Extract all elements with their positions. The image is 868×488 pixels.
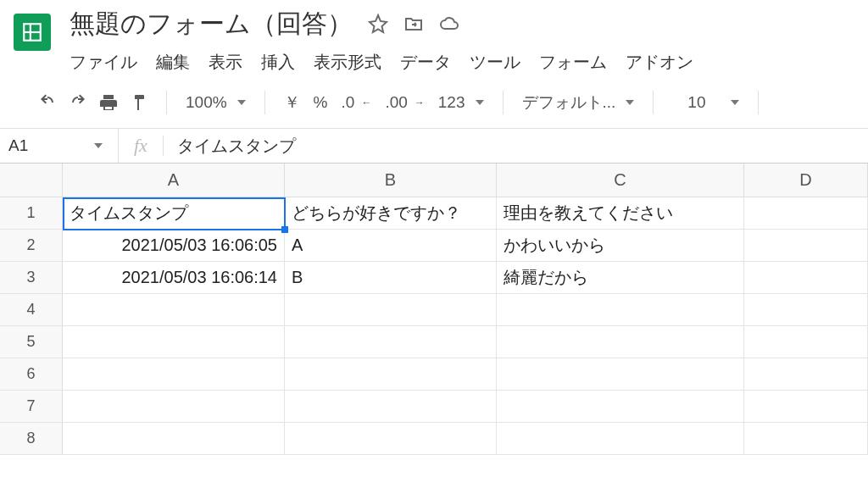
cell[interactable]: タイムスタンプ [63, 197, 285, 230]
cell[interactable] [744, 423, 868, 455]
column-header[interactable]: D [744, 164, 868, 197]
menu-insert[interactable]: 挿入 [261, 51, 295, 74]
cloud-status-icon[interactable] [439, 14, 459, 34]
menu-data[interactable]: データ [400, 51, 451, 74]
chevron-down-icon [94, 143, 103, 148]
cell[interactable] [744, 294, 868, 326]
menu-tools[interactable]: ツール [470, 51, 520, 74]
cell[interactable]: 2021/05/03 16:06:05 [63, 230, 285, 262]
cell[interactable] [285, 294, 497, 326]
cell[interactable] [285, 358, 497, 391]
paint-format-button[interactable] [125, 89, 153, 116]
percent-button[interactable]: % [309, 93, 333, 112]
sheets-icon [21, 21, 43, 43]
number-format-selector[interactable]: 123 [433, 93, 489, 112]
chevron-down-icon [237, 100, 246, 105]
redo-button[interactable] [64, 89, 92, 116]
cell[interactable] [744, 326, 868, 358]
cell[interactable]: 理由を教えてください [497, 197, 744, 230]
column-header[interactable]: A [63, 164, 285, 197]
menu-format[interactable]: 表示形式 [314, 51, 381, 74]
menu-edit[interactable]: 編集 [156, 51, 190, 74]
cell[interactable] [744, 262, 868, 294]
menu-addons[interactable]: アドオン [626, 51, 693, 74]
select-all-corner[interactable] [0, 164, 63, 197]
cell[interactable] [63, 326, 285, 358]
move-folder-icon[interactable] [403, 14, 424, 34]
cell[interactable] [63, 294, 285, 326]
row-header[interactable]: 8 [0, 423, 63, 455]
row-header[interactable]: 2 [0, 230, 63, 262]
cell[interactable] [63, 423, 285, 455]
cell[interactable]: どちらが好きですか？ [285, 197, 497, 230]
font-selector[interactable]: デフォルト... [517, 92, 640, 114]
row-header[interactable]: 7 [0, 391, 63, 423]
chevron-down-icon [476, 100, 484, 105]
cell[interactable] [285, 423, 497, 455]
fill-handle[interactable] [281, 226, 288, 233]
formula-bar[interactable]: タイムスタンプ [177, 135, 296, 158]
cell[interactable] [744, 197, 868, 230]
chevron-down-icon [731, 100, 739, 105]
cell[interactable] [497, 294, 744, 326]
cell[interactable] [497, 391, 744, 423]
currency-button[interactable]: ￥ [279, 92, 305, 114]
cell[interactable]: 綺麗だから [497, 262, 744, 294]
star-icon[interactable] [368, 14, 388, 34]
row-header[interactable]: 6 [0, 358, 63, 391]
spreadsheet-grid[interactable]: 1 2 3 4 5 6 7 8 A B C D タイムスタンプ どちらが好きです… [0, 164, 868, 455]
cell[interactable] [285, 326, 497, 358]
column-header[interactable]: B [285, 164, 497, 197]
menu-form[interactable]: フォーム [539, 51, 607, 74]
cell[interactable] [744, 391, 868, 423]
cell[interactable] [744, 230, 868, 262]
cell[interactable]: 2021/05/03 16:06:14 [63, 262, 285, 294]
column-header[interactable]: C [497, 164, 744, 197]
print-button[interactable] [95, 89, 122, 116]
cell[interactable] [63, 358, 285, 391]
cell[interactable] [497, 358, 744, 391]
row-header[interactable]: 1 [0, 197, 63, 230]
cell[interactable] [744, 358, 868, 391]
cell[interactable] [497, 423, 744, 455]
toolbar: 100% ￥ % .0← .00→ 123 デフォルト... 10 [0, 74, 868, 128]
cell[interactable] [285, 391, 497, 423]
name-box[interactable]: A1 [0, 129, 119, 163]
menu-view[interactable]: 表示 [209, 51, 242, 74]
chevron-down-icon [626, 100, 634, 105]
header: 無題のフォーム（回答） ファイル 編集 表示 挿入 表示形式 データ ツール フ… [0, 0, 868, 74]
row-header[interactable]: 3 [0, 262, 63, 294]
app-icon[interactable] [10, 10, 54, 54]
cell[interactable] [63, 391, 285, 423]
doc-title[interactable]: 無題のフォーム（回答） [70, 7, 353, 41]
menu-file[interactable]: ファイル [70, 51, 137, 74]
formula-row: A1 fx タイムスタンプ [0, 128, 868, 164]
cell[interactable]: A [285, 230, 497, 262]
increase-decimal-button[interactable]: .00→ [380, 93, 429, 112]
cell[interactable]: かわいいから [497, 230, 744, 262]
decrease-decimal-button[interactable]: .0← [337, 93, 377, 112]
row-header[interactable]: 5 [0, 326, 63, 358]
zoom-selector[interactable]: 100% [181, 93, 251, 112]
fx-icon: fx [134, 135, 147, 157]
menu-bar: ファイル 編集 表示 挿入 表示形式 データ ツール フォーム アドオン [70, 51, 858, 74]
undo-button[interactable] [34, 89, 61, 116]
row-header[interactable]: 4 [0, 294, 63, 326]
cell[interactable]: B [285, 262, 497, 294]
cell[interactable] [497, 326, 744, 358]
font-size-selector[interactable]: 10 [667, 93, 744, 112]
